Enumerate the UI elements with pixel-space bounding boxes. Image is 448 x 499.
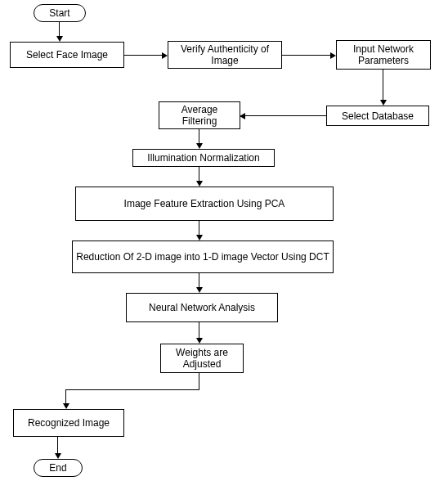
weights-node: Weights are Adjusted [160, 344, 244, 373]
edge [199, 373, 199, 389]
verify-label: Verify Authenticity of Image [172, 43, 278, 66]
select-db-node: Select Database [326, 106, 429, 126]
recognized-label: Recognized Image [28, 417, 110, 429]
weights-label: Weights are Adjusted [164, 347, 240, 370]
edge [199, 221, 199, 236]
select-face-node: Select Face Image [10, 42, 124, 68]
illum-label: Illumination Normalization [147, 152, 259, 164]
edge [57, 437, 58, 454]
select-db-label: Select Database [342, 110, 414, 122]
end-node: End [34, 459, 83, 477]
edge [244, 115, 327, 116]
arrow-head [55, 453, 61, 459]
edge [59, 22, 60, 37]
edge [282, 55, 331, 56]
end-label: End [49, 462, 66, 474]
edge [124, 55, 163, 56]
arrow-head [63, 403, 69, 409]
recognized-node: Recognized Image [13, 409, 124, 437]
verify-node: Verify Authenticity of Image [168, 41, 282, 69]
edge [199, 322, 199, 339]
edge [65, 389, 66, 404]
arrow-head [330, 52, 336, 59]
edge [199, 273, 199, 288]
input-params-node: Input Network Parameters [336, 40, 431, 70]
start-node: Start [34, 4, 86, 22]
dct-label: Reduction Of 2-D image into 1-D image Ve… [76, 251, 329, 263]
edge [65, 389, 199, 390]
select-face-label: Select Face Image [26, 49, 108, 61]
dct-node: Reduction Of 2-D image into 1-D image Ve… [72, 241, 334, 273]
edge [199, 129, 199, 144]
arrow-head [196, 143, 203, 149]
arrow-head [196, 181, 203, 187]
arrow-head [196, 235, 203, 241]
arrow-head [196, 287, 203, 293]
pca-label: Image Feature Extraction Using PCA [124, 198, 285, 209]
arrow-head [240, 113, 245, 119]
arrow-head [56, 36, 63, 42]
arrow-head [380, 100, 387, 106]
illum-node: Illumination Normalization [132, 149, 275, 167]
start-label: Start [49, 7, 69, 19]
input-params-label: Input Network Parameters [340, 43, 427, 66]
arrow-head [162, 52, 168, 59]
neural-node: Neural Network Analysis [126, 293, 278, 322]
avg-filter-label: Average Filtering [163, 104, 236, 127]
edge [199, 167, 199, 182]
avg-filter-node: Average Filtering [159, 101, 240, 129]
neural-label: Neural Network Analysis [149, 302, 255, 313]
pca-node: Image Feature Extraction Using PCA [75, 187, 334, 221]
edge [383, 70, 383, 101]
arrow-head [196, 338, 203, 344]
